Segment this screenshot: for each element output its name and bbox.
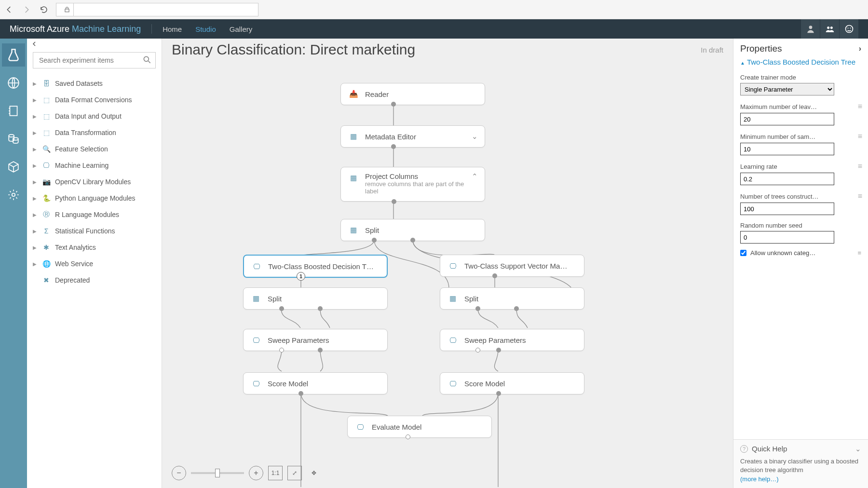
rail-experiments-icon[interactable]: [2, 43, 25, 67]
node-sweep-left[interactable]: 🖵 Sweep Parameters: [243, 329, 388, 351]
search-icon[interactable]: [142, 55, 152, 67]
chevron-down-icon[interactable]: ⌄: [472, 132, 478, 141]
node-boosted-decision-tree[interactable]: 🖵 Two-Class Boosted Decision T…: [243, 255, 388, 278]
num-trees-label: Number of trees construct…≡: [740, 192, 861, 201]
zoom-in-button[interactable]: +: [249, 466, 263, 480]
collapse-sidebar[interactable]: [27, 39, 162, 49]
node-score-right[interactable]: 🖵 Score Model: [440, 372, 584, 394]
tree-opencv[interactable]: ▶📷OpenCV Library Modules: [31, 174, 158, 190]
port[interactable]: [318, 306, 323, 311]
tree-text[interactable]: ▶✱Text Analytics: [31, 239, 158, 256]
port[interactable]: [391, 102, 396, 107]
port[interactable]: [475, 306, 480, 311]
max-leaves-input[interactable]: [740, 113, 834, 125]
group-icon[interactable]: [820, 19, 839, 39]
allow-unknown-checkbox[interactable]: [740, 250, 746, 256]
nav-home[interactable]: Home: [163, 25, 182, 33]
search-input[interactable]: [33, 52, 156, 68]
nav-studio[interactable]: Studio: [195, 25, 216, 33]
node-split-left[interactable]: ▦ Split: [243, 287, 388, 310]
menu-icon[interactable]: ≡: [857, 249, 861, 257]
trainer-mode-select[interactable]: Single Parameter: [740, 83, 834, 95]
port[interactable]: [475, 348, 480, 352]
node-split-right[interactable]: ▦ Split: [440, 287, 584, 310]
tree-python[interactable]: ▶🐍Python Language Modules: [31, 190, 158, 206]
menu-icon[interactable]: ≡: [858, 162, 861, 171]
svg-point-14: [12, 193, 15, 197]
node-svm[interactable]: 🖵 Two-Class Support Vector Ma…: [440, 255, 584, 277]
tree-feature-selection[interactable]: ▶🔍Feature Selection: [31, 141, 158, 157]
tree-stats[interactable]: ▶ΣStatistical Functions: [31, 223, 158, 239]
separator: [151, 24, 152, 34]
node-score-left[interactable]: 🖵 Score Model: [243, 372, 388, 394]
port[interactable]: [496, 348, 501, 352]
tree-machine-learning[interactable]: ▶🖵Machine Learning: [31, 157, 158, 174]
user-icon[interactable]: [800, 19, 820, 39]
port[interactable]: [279, 348, 284, 352]
experiment-title: Binary Classification: Direct marketing: [172, 41, 415, 58]
tree-data-io[interactable]: ▶⬚Data Input and Output: [31, 108, 158, 124]
tree-data-format[interactable]: ▶⬚Data Format Conversions: [31, 92, 158, 108]
node-reader[interactable]: 📥 Reader: [340, 83, 485, 105]
rail-settings-icon[interactable]: [2, 183, 25, 206]
rail-notebook-icon[interactable]: [2, 99, 25, 122]
min-samples-input[interactable]: [740, 143, 834, 155]
tree-saved-datasets[interactable]: ▶🗄Saved Datasets: [31, 75, 158, 92]
more-help-link[interactable]: (more help…): [740, 475, 778, 483]
zoom-fit-button[interactable]: ⤢: [287, 466, 302, 480]
brand-b: Machine Learning: [72, 24, 141, 34]
zoom-actual-button[interactable]: 1:1: [268, 466, 283, 480]
menu-icon[interactable]: ≡: [858, 132, 861, 141]
port[interactable]: [410, 238, 415, 243]
port[interactable]: [496, 391, 501, 396]
pan-button[interactable]: ✥: [307, 466, 321, 480]
node-evaluate[interactable]: 🖵 Evaluate Model: [347, 416, 492, 438]
menu-icon[interactable]: ≡: [858, 192, 861, 201]
port[interactable]: [391, 144, 396, 149]
node-project-columns[interactable]: ▦ Project Columns remove columns that ar…: [340, 167, 485, 202]
port[interactable]: [392, 199, 396, 204]
forward-icon[interactable]: [21, 4, 32, 15]
collapse-properties[interactable]: ›: [859, 44, 861, 53]
port[interactable]: [279, 306, 284, 311]
table-icon: ▦: [447, 293, 459, 304]
menu-icon[interactable]: ≡: [858, 102, 861, 111]
port[interactable]: [514, 306, 519, 311]
smile-icon[interactable]: [839, 19, 858, 39]
chevron-up-icon[interactable]: ⌃: [472, 172, 478, 181]
tree-web-service[interactable]: ▶🌐Web Service: [31, 256, 158, 272]
tree-deprecated[interactable]: ✖Deprecated: [31, 272, 158, 288]
tree-data-transform[interactable]: ▶⬚Data Transformation: [31, 124, 158, 141]
port[interactable]: [298, 391, 303, 396]
table-icon: ▦: [348, 224, 359, 236]
zoom-out-button[interactable]: −: [172, 466, 186, 480]
address-bar[interactable]: [56, 3, 258, 16]
refresh-icon[interactable]: [39, 4, 49, 15]
rail-models-icon[interactable]: [2, 155, 25, 178]
format-icon: ⬚: [41, 96, 51, 104]
node-metadata-editor[interactable]: ▦ Metadata Editor ⌄: [340, 125, 485, 148]
rail-web-icon[interactable]: [2, 71, 25, 95]
rail-datasets-icon[interactable]: [2, 127, 25, 150]
learning-rate-input[interactable]: [740, 173, 834, 185]
node-sweep-right[interactable]: 🖵 Sweep Parameters: [440, 329, 584, 351]
seed-input[interactable]: [740, 231, 834, 244]
back-icon[interactable]: [4, 4, 14, 15]
nav-gallery[interactable]: Gallery: [230, 25, 253, 33]
selected-module-title[interactable]: ▲Two-Class Boosted Decision Tree: [733, 57, 868, 69]
module-tree: ▶🗄Saved Datasets ▶⬚Data Format Conversio…: [27, 71, 162, 292]
port[interactable]: [492, 273, 497, 278]
table-icon: ▦: [348, 131, 359, 142]
model-icon: 🖵: [447, 260, 459, 271]
port[interactable]: [318, 348, 323, 352]
zoom-slider[interactable]: [191, 472, 244, 474]
port[interactable]: [372, 238, 377, 243]
zoom-thumb[interactable]: [215, 469, 220, 477]
port[interactable]: [406, 434, 410, 439]
chevron-down-icon[interactable]: ⌄: [855, 445, 861, 453]
port-badge[interactable]: 1: [297, 272, 305, 281]
num-trees-input[interactable]: [740, 203, 834, 215]
experiment-canvas[interactable]: Binary Classification: Direct marketing …: [162, 39, 733, 488]
model-icon: 🖵: [447, 378, 459, 389]
tree-r[interactable]: ▶ⓇR Language Modules: [31, 206, 158, 223]
